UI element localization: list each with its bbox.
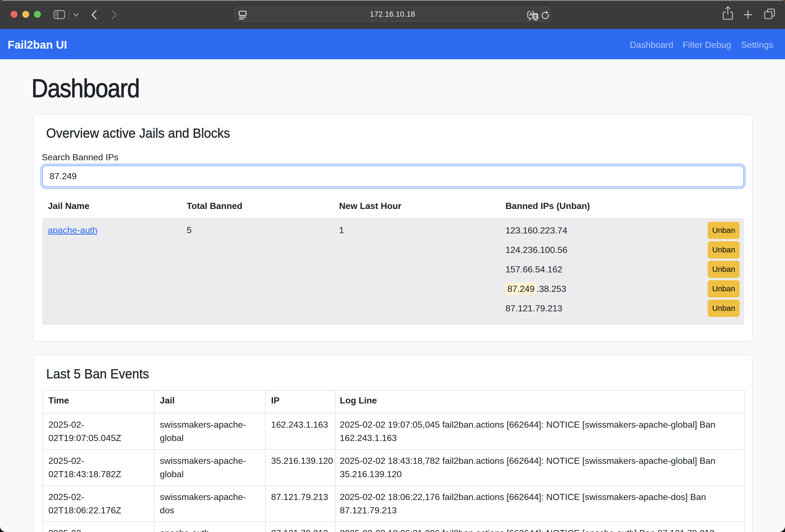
svg-text:A: A	[529, 11, 533, 17]
svg-text:文: 文	[533, 14, 538, 20]
